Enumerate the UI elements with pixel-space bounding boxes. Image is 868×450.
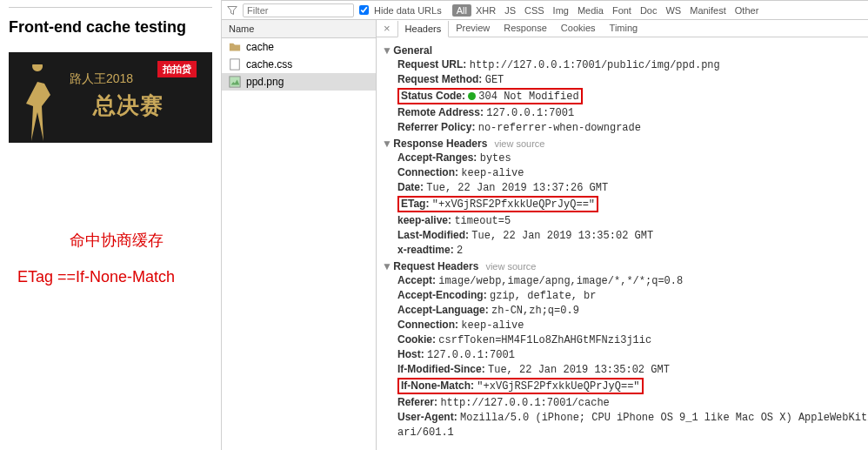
tab-timing[interactable]: Timing [603, 20, 645, 37]
header-value: "+xVGjRSF2PfxkkUeQPrJyQ==" [477, 380, 639, 393]
header-key: Request URL: [397, 58, 466, 71]
request-row[interactable]: ppd.png [222, 73, 376, 91]
section-request headers[interactable]: ▼ Request Headersview source [382, 260, 868, 272]
annotation-line1: 命中协商缓存 [70, 230, 212, 251]
header-row: User-Agent: Mozilla/5.0 (iPhone; CPU iPh… [397, 411, 868, 424]
header-value: Tue, 22 Jan 2019 13:37:26 GMT [426, 182, 608, 194]
filter-icon[interactable] [227, 5, 237, 16]
banner-main-text: 总决赛 [93, 91, 164, 121]
header-row: Host: 127.0.0.1:7001 [397, 348, 868, 361]
header-key: x-readtime: [397, 244, 454, 256]
type-filter-css[interactable]: CSS [520, 4, 549, 17]
disclosure-triangle-icon: ▼ [382, 138, 391, 150]
header-row: x-readtime: 2 [397, 244, 868, 257]
header-value: no-referrer-when-downgrade [478, 122, 641, 134]
section-general[interactable]: ▼ General [382, 44, 868, 57]
header-key: Status Code: [401, 90, 465, 102]
header-value: keep-alive [461, 167, 524, 179]
header-row: Connection: keep-alive [397, 166, 868, 179]
header-row: If-Modified-Since: Tue, 22 Jan 2019 13:3… [397, 363, 868, 376]
header-key: Connection: [397, 166, 458, 178]
header-key: Host: [397, 348, 424, 360]
header-row: Cookie: csrfToken=HM4F1Lo8ZhAHGtMFNzi3j1… [397, 333, 868, 346]
type-filter-all[interactable]: All [452, 4, 471, 17]
header-value: keep-alive [461, 319, 524, 332]
status-dot-icon [468, 92, 476, 100]
filter-input[interactable] [243, 3, 354, 17]
type-filter-font[interactable]: Font [608, 4, 636, 17]
request-name: ppd.png [246, 76, 284, 88]
header-value: csrfToken=HM4F1Lo8ZhAHGtMFNzi3j1ic [438, 334, 651, 346]
header-row: Accept-Ranges: bytes [397, 151, 868, 165]
highlight-box: ETag: "+xVGjRSF2PfxkkUeQPrJyQ==" [397, 196, 598, 212]
header-row: Remote Address: 127.0.0.1:7001 [397, 106, 868, 119]
page-title: Front-end cache testing [9, 18, 212, 37]
header-value: zh-CN,zh;q=0.9 [491, 305, 579, 317]
header-key: Last-Modified: [397, 229, 469, 241]
svg-rect-1 [230, 77, 240, 87]
header-value: image/webp,image/apng,image/*,*/*;q=0.8 [438, 275, 683, 287]
header-key: Cookie: [397, 333, 436, 346]
header-value: 304 Not Modified [478, 91, 578, 103]
disclosure-triangle-icon: ▼ [382, 44, 391, 57]
header-value: Tue, 22 Jan 2019 13:35:02 GMT [471, 230, 653, 242]
header-key: keep-alive: [397, 214, 451, 226]
view-source-link[interactable]: view source [494, 138, 544, 149]
header-row: Referrer Policy: no-referrer-when-downgr… [397, 121, 868, 134]
request-row[interactable]: cache.css [222, 56, 376, 73]
header-key: Accept: [397, 274, 436, 286]
network-filter-bar: Hide data URLs AllXHRJSCSSImgMediaFontDo… [222, 1, 868, 20]
request-name: cache [246, 41, 274, 53]
header-value: bytes [480, 152, 511, 165]
header-value: http://127.0.0.1:7001/public/img/ppd.png [470, 59, 720, 71]
details-tabs: × HeadersPreviewResponseCookiesTiming [377, 20, 868, 37]
header-row: Referer: http://127.0.0.1:7001/cache [397, 396, 868, 409]
hide-data-urls-checkbox[interactable] [359, 5, 369, 15]
header-value: Mozilla/5.0 (iPhone; CPU iPhone OS 9_1 l… [460, 412, 868, 424]
type-filter-other[interactable]: Other [731, 4, 764, 17]
tab-headers[interactable]: Headers [397, 21, 450, 37]
type-filter-doc[interactable]: Doc [636, 4, 662, 17]
header-row: Last-Modified: Tue, 22 Jan 2019 13:35:02… [397, 229, 868, 242]
type-filter-media[interactable]: Media [573, 4, 608, 17]
header-row-wrap: ari/601.1 [397, 426, 868, 439]
type-filter-ws[interactable]: WS [661, 4, 685, 17]
request-row[interactable]: cache [222, 38, 376, 56]
type-filter-manifest[interactable]: Manifest [685, 4, 731, 17]
header-row: Status Code: 304 Not Modified [397, 88, 868, 104]
section-response headers[interactable]: ▼ Response Headersview source [382, 138, 868, 150]
type-filter-img[interactable]: Img [549, 4, 573, 17]
header-value: Tue, 22 Jan 2019 13:35:02 GMT [488, 364, 670, 376]
banner-image: 拍拍贷 路人王2018 总决赛 [9, 52, 212, 143]
annotation: 命中协商缓存 ETag ==If-None-Match [9, 230, 212, 286]
header-value: gzip, deflate, br [490, 290, 596, 302]
devtools-network-panel: Hide data URLs AllXHRJSCSSImgMediaFontDo… [222, 0, 868, 450]
header-key: Accept-Ranges: [397, 151, 477, 164]
view-source-link[interactable]: view source [485, 261, 536, 272]
header-row: Request URL: http://127.0.0.1:7001/publi… [397, 58, 868, 71]
banner-tag: 拍拍贷 [157, 61, 197, 77]
header-row: Date: Tue, 22 Jan 2019 13:37:26 GMT [397, 181, 868, 194]
header-key: Remote Address: [397, 106, 484, 118]
header-key: Referrer Policy: [397, 121, 475, 133]
request-list: Name cachecache.cssppd.png [222, 20, 377, 450]
close-icon[interactable]: × [377, 22, 397, 35]
type-filter-group: AllXHRJSCSSImgMediaFontDocWSManifestOthe… [452, 4, 764, 17]
image-file-icon [229, 76, 241, 88]
tab-preview[interactable]: Preview [449, 20, 497, 37]
header-value: GET [485, 74, 504, 86]
header-key: Accept-Language: [397, 304, 489, 316]
annotation-line2: ETag ==If-None-Match [17, 268, 212, 286]
header-key: If-None-Match: [401, 379, 474, 392]
request-list-header[interactable]: Name [222, 20, 376, 38]
header-value: timeout=5 [454, 215, 511, 227]
header-key: ETag: [401, 198, 429, 210]
tab-response[interactable]: Response [497, 20, 554, 37]
type-filter-js[interactable]: JS [500, 4, 520, 17]
header-row: If-None-Match: "+xVGjRSF2PfxkkUeQPrJyQ==… [397, 378, 868, 394]
header-row: Connection: keep-alive [397, 319, 868, 332]
tab-cookies[interactable]: Cookies [554, 20, 603, 37]
type-filter-xhr[interactable]: XHR [471, 4, 500, 17]
header-value: 127.0.0.1:7001 [486, 107, 574, 119]
highlight-box: If-None-Match: "+xVGjRSF2PfxkkUeQPrJyQ==… [397, 378, 644, 394]
